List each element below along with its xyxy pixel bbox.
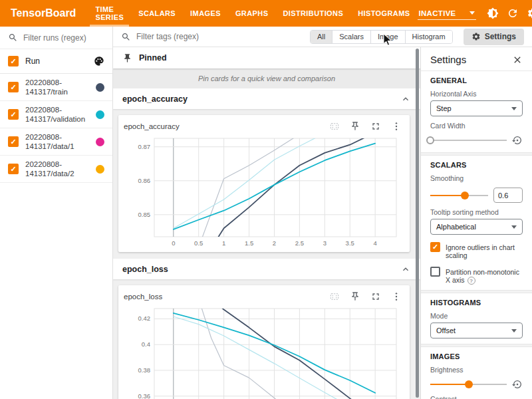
svg-text:3: 3 <box>323 239 327 247</box>
reload-status-value: INACTIVE <box>419 9 456 17</box>
svg-text:0.36: 0.36 <box>138 392 151 399</box>
epoch-loss-chart[interactable]: 00.511.522.533.540.420.40.380.36 <box>124 305 403 399</box>
brightness-label: Brightness <box>430 366 523 374</box>
tab-scalars[interactable]: SCALARS <box>131 0 183 27</box>
more-icon[interactable] <box>391 291 402 302</box>
settings-button[interactable]: Settings <box>464 29 524 45</box>
epoch-accuracy-chart[interactable]: 00.511.522.533.540.850.860.87 <box>124 135 403 248</box>
chevron-down-icon <box>511 107 517 110</box>
run-label: 20220808-141317/train <box>25 78 68 96</box>
histograms-heading: HISTOGRAMS <box>430 299 523 307</box>
mode-label: Mode <box>430 312 523 320</box>
chevron-down-icon <box>469 11 475 15</box>
palette-icon[interactable] <box>94 56 104 66</box>
app-header: TensorBoard TIME SERIES SCALARS IMAGES G… <box>0 0 532 27</box>
epoch-loss-card: epoch_loss 00.511.522.533.540.420.40.380… <box>118 285 410 399</box>
runs-header-row: Run <box>0 49 112 74</box>
filter-tags-input[interactable] <box>136 32 236 41</box>
filter-runs-input[interactable] <box>23 33 103 43</box>
run-row-train[interactable]: 20220808-141317/train <box>0 74 112 101</box>
chevron-up-icon[interactable] <box>400 94 411 104</box>
header-actions: INACTIVE <box>418 0 532 27</box>
app-logo: TensorBoard <box>0 0 88 27</box>
run-color-dot <box>96 110 104 119</box>
close-icon[interactable] <box>512 55 523 65</box>
run-color-dot <box>96 138 104 146</box>
settings-panel-title: Settings <box>430 54 466 65</box>
reset-icon[interactable] <box>512 379 523 390</box>
run-color-dot <box>96 165 104 174</box>
fullscreen-icon[interactable] <box>370 121 381 132</box>
filter-image-button[interactable]: Image <box>370 31 405 43</box>
tag-type-filter-group: All Scalars Image Histogram <box>310 30 453 44</box>
run-checkbox[interactable] <box>8 164 19 174</box>
horizontal-axis-select[interactable]: Step <box>430 100 523 116</box>
smoothing-value-input[interactable] <box>493 188 523 203</box>
tab-histograms[interactable]: HISTOGRAMS <box>350 0 417 27</box>
pin-icon[interactable] <box>350 291 360 302</box>
filter-all-button[interactable]: All <box>311 31 332 43</box>
run-row-data1[interactable]: 20220808-141317/data/1 <box>0 128 112 156</box>
section-epoch-accuracy[interactable]: epoch_accuracy <box>113 88 420 109</box>
fullscreen-icon[interactable] <box>370 291 381 302</box>
tab-distributions[interactable]: DISTRIBUTIONS <box>275 0 350 27</box>
histogram-mode-select[interactable]: Offset <box>430 323 523 338</box>
filter-histogram-button[interactable]: Histogram <box>405 31 452 43</box>
smoothing-slider[interactable] <box>430 191 488 200</box>
partition-x-axis-row[interactable]: Partition non-monotonic X axis? <box>430 267 523 285</box>
svg-text:0.87: 0.87 <box>138 143 151 150</box>
run-color-dot <box>96 83 104 92</box>
svg-text:0.38: 0.38 <box>138 366 151 374</box>
runs-sidebar: Run 20220808-141317/train 20220808-14131… <box>0 27 113 399</box>
search-icon <box>121 32 131 42</box>
brightness-slider[interactable] <box>430 380 507 389</box>
select-all-runs-checkbox[interactable] <box>8 56 19 66</box>
tensorboard-app: TensorBoard TIME SERIES SCALARS IMAGES G… <box>0 0 532 399</box>
general-heading: GENERAL <box>430 76 523 84</box>
fit-to-data-icon[interactable] <box>329 291 340 302</box>
histograms-section: HISTOGRAMS Mode Offset <box>421 293 532 344</box>
reload-status-dropdown[interactable]: INACTIVE <box>418 7 476 20</box>
card-title: epoch_loss <box>124 293 162 301</box>
partition-x-axis-checkbox[interactable] <box>430 267 440 277</box>
vertical-scrollbar[interactable] <box>416 49 419 398</box>
horizontal-axis-label: Horizontal Axis <box>430 90 523 98</box>
pinned-section-header: Pinned <box>113 47 420 68</box>
svg-text:0.5: 0.5 <box>194 239 203 247</box>
card-zone: epoch_loss 00.511.522.533.540.420.40.380… <box>113 279 420 399</box>
run-checkbox[interactable] <box>8 82 19 92</box>
ignore-outliers-checkbox[interactable] <box>430 242 440 252</box>
settings-gear-icon[interactable] <box>523 3 532 23</box>
card-width-label: Card Width <box>430 122 523 130</box>
fit-to-data-icon[interactable] <box>329 121 340 132</box>
tab-images[interactable]: IMAGES <box>183 0 228 27</box>
section-title: epoch_accuracy <box>122 94 188 104</box>
contrast-icon[interactable] <box>483 3 503 23</box>
run-row-validation[interactable]: 20220808-141317/validation <box>0 101 112 128</box>
svg-text:2.5: 2.5 <box>295 239 304 247</box>
reset-icon[interactable] <box>512 135 523 146</box>
card-width-slider[interactable] <box>430 136 507 145</box>
pinned-title: Pinned <box>139 53 167 63</box>
chevron-down-icon <box>511 225 517 229</box>
scalars-section: SCALARS Smoothing Tooltip sorting method… <box>421 156 532 290</box>
epoch-accuracy-card: epoch_accuracy 00.511.522.533.540.850.86… <box>118 115 410 252</box>
filter-scalars-button[interactable]: Scalars <box>332 31 370 43</box>
chevron-down-icon <box>511 329 517 332</box>
run-row-data2[interactable]: 20220808-141317/data/2 <box>0 156 112 183</box>
chevron-up-icon[interactable] <box>400 264 411 275</box>
tab-graphs[interactable]: GRAPHS <box>228 0 275 27</box>
ignore-outliers-row[interactable]: Ignore outliers in chart scaling <box>430 242 523 259</box>
images-heading: IMAGES <box>430 352 523 360</box>
more-icon[interactable] <box>391 121 402 132</box>
refresh-icon[interactable] <box>503 3 523 23</box>
pin-icon[interactable] <box>350 121 360 132</box>
run-checkbox[interactable] <box>8 109 19 120</box>
tooltip-sorting-select[interactable]: Alphabetical <box>430 219 523 235</box>
cards-scroll-area: Pinned Pin cards for a quick view and co… <box>113 47 420 399</box>
tab-time-series[interactable]: TIME SERIES <box>88 0 131 27</box>
help-icon[interactable]: ? <box>467 277 475 285</box>
section-title: epoch_loss <box>122 265 168 274</box>
run-checkbox[interactable] <box>8 136 19 147</box>
section-epoch-loss[interactable]: epoch_loss <box>113 259 420 279</box>
